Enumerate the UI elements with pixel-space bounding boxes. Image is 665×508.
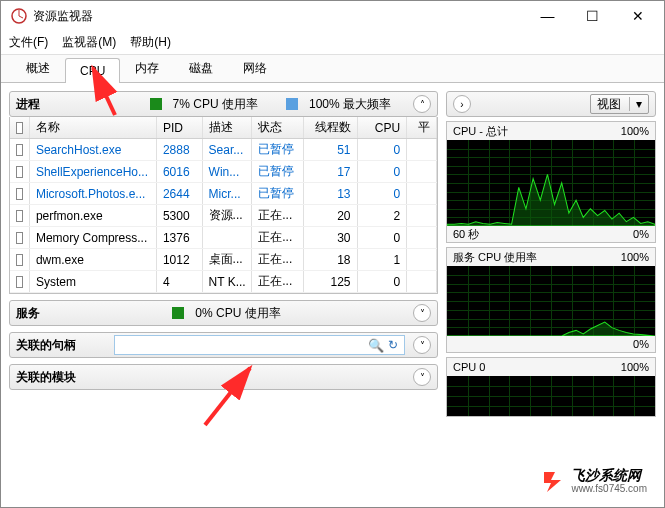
cell-status: 正在... xyxy=(252,271,304,292)
row-checkbox[interactable] xyxy=(10,205,30,226)
services-title: 服务 xyxy=(16,305,40,322)
modules-header[interactable]: 关联的模块 ˅ xyxy=(9,364,438,390)
menu-help[interactable]: 帮助(H) xyxy=(130,34,171,51)
table-row[interactable]: ShellExperienceHo...6016Win...已暂停170 xyxy=(10,161,437,183)
cell-desc: Win... xyxy=(203,161,253,182)
cell-pid: 1012 xyxy=(157,249,203,270)
close-button[interactable]: ✕ xyxy=(615,1,660,31)
search-icon[interactable]: 🔍 xyxy=(368,338,384,353)
cell-desc: 资源... xyxy=(203,205,253,226)
cell-name: System xyxy=(30,271,157,292)
view-dropdown[interactable]: 视图 ▾ xyxy=(590,94,649,114)
svg-line-2 xyxy=(19,16,23,18)
maximize-button[interactable]: ☐ xyxy=(570,1,615,31)
menu-file[interactable]: 文件(F) xyxy=(9,34,48,51)
cell-avg xyxy=(407,227,437,248)
cell-cpu: 0 xyxy=(358,183,408,204)
chart-max-cpu0: 100% xyxy=(621,361,649,373)
handles-collapse-button[interactable]: ˅ xyxy=(413,336,431,354)
handles-title: 关联的句柄 xyxy=(16,337,76,354)
cell-pid: 4 xyxy=(157,271,203,292)
charts-header: › 视图 ▾ xyxy=(446,91,656,117)
cell-pid: 2644 xyxy=(157,183,203,204)
processes-header[interactable]: 进程 7% CPU 使用率 100% 最大频率 ˄ xyxy=(9,91,438,117)
services-header[interactable]: 服务 0% CPU 使用率 ˅ xyxy=(9,300,438,326)
legend-green-icon xyxy=(150,98,162,110)
cell-cpu: 0 xyxy=(358,227,408,248)
legend-blue-icon xyxy=(286,98,298,110)
table-row[interactable]: System4NT K...正在...1250 xyxy=(10,271,437,293)
services-collapse-button[interactable]: ˅ xyxy=(413,304,431,322)
processes-title: 进程 xyxy=(16,96,40,113)
app-icon xyxy=(11,8,27,24)
cell-avg xyxy=(407,183,437,204)
col-cpu[interactable]: CPU xyxy=(358,117,408,138)
modules-collapse-button[interactable]: ˅ xyxy=(413,368,431,386)
col-pid[interactable]: PID xyxy=(157,117,203,138)
chart-max-service: 100% xyxy=(621,251,649,263)
cell-desc: Micr... xyxy=(203,183,253,204)
checkbox-icon xyxy=(16,210,23,222)
col-threads[interactable]: 线程数 xyxy=(304,117,358,138)
col-status[interactable]: 状态 xyxy=(252,117,304,138)
cell-threads: 17 xyxy=(304,161,358,182)
table-row[interactable]: dwm.exe1012桌面...正在...181 xyxy=(10,249,437,271)
tab-overview[interactable]: 概述 xyxy=(11,54,65,82)
tab-cpu[interactable]: CPU xyxy=(65,58,120,83)
cell-desc: NT K... xyxy=(203,271,253,292)
table-row[interactable]: SearchHost.exe2888Sear...已暂停510 xyxy=(10,139,437,161)
tab-memory[interactable]: 内存 xyxy=(120,54,174,82)
handles-search-input[interactable] xyxy=(119,338,366,352)
chart-canvas-total xyxy=(447,140,655,226)
cell-avg xyxy=(407,249,437,270)
charts-hide-button[interactable]: › xyxy=(453,95,471,113)
refresh-icon[interactable]: ↻ xyxy=(388,338,398,352)
tab-disk[interactable]: 磁盘 xyxy=(174,54,228,82)
cell-pid: 2888 xyxy=(157,139,203,160)
cell-name: SearchHost.exe xyxy=(30,139,157,160)
minimize-button[interactable]: — xyxy=(525,1,570,31)
cell-status: 正在... xyxy=(252,249,304,270)
table-row[interactable]: Memory Compress...1376正在...300 xyxy=(10,227,437,249)
table-row[interactable]: Microsoft.Photos.e...2644Micr...已暂停130 xyxy=(10,183,437,205)
row-checkbox[interactable] xyxy=(10,227,30,248)
cell-threads: 20 xyxy=(304,205,358,226)
cell-cpu: 1 xyxy=(358,249,408,270)
watermark-logo-icon xyxy=(541,469,565,493)
row-checkbox[interactable] xyxy=(10,183,30,204)
col-avg[interactable]: 平 xyxy=(407,117,437,138)
row-checkbox[interactable] xyxy=(10,139,30,160)
cell-status: 已暂停 xyxy=(252,139,304,160)
tab-network[interactable]: 网络 xyxy=(228,54,282,82)
col-name[interactable]: 名称 xyxy=(30,117,157,138)
checkbox-icon xyxy=(16,166,23,178)
col-desc[interactable]: 描述 xyxy=(203,117,253,138)
chart-max-total: 100% xyxy=(621,125,649,137)
chevron-down-icon: ˅ xyxy=(420,340,425,351)
row-checkbox[interactable] xyxy=(10,161,30,182)
handles-header[interactable]: 关联的句柄 🔍 ↻ ˅ xyxy=(9,332,438,358)
cell-cpu: 0 xyxy=(358,161,408,182)
row-checkbox[interactable] xyxy=(10,271,30,292)
modules-title: 关联的模块 xyxy=(16,369,76,386)
cell-pid: 5300 xyxy=(157,205,203,226)
col-checkbox[interactable] xyxy=(10,117,30,138)
table-row[interactable]: perfmon.exe5300资源...正在...202 xyxy=(10,205,437,227)
menu-monitor[interactable]: 监视器(M) xyxy=(62,34,116,51)
chart-service-cpu: 服务 CPU 使用率 100% 0% xyxy=(446,247,656,353)
checkbox-icon xyxy=(16,276,23,288)
chart-cpu0: CPU 0 100% xyxy=(446,357,656,417)
checkbox-icon xyxy=(16,122,23,134)
window-title: 资源监视器 xyxy=(33,8,525,25)
chart-footer-right-service: 0% xyxy=(633,338,649,350)
row-checkbox[interactable] xyxy=(10,249,30,270)
chevron-up-icon: ˄ xyxy=(420,99,425,110)
cell-pid: 6016 xyxy=(157,161,203,182)
view-label: 视图 xyxy=(597,96,621,113)
table-header: 名称 PID 描述 状态 线程数 CPU 平 xyxy=(10,117,437,139)
chart-title-total: CPU - 总计 xyxy=(453,124,508,139)
processes-collapse-button[interactable]: ˄ xyxy=(413,95,431,113)
cell-threads: 13 xyxy=(304,183,358,204)
cell-avg xyxy=(407,271,437,292)
watermark: 飞沙系统网 www.fs0745.com xyxy=(533,464,655,498)
